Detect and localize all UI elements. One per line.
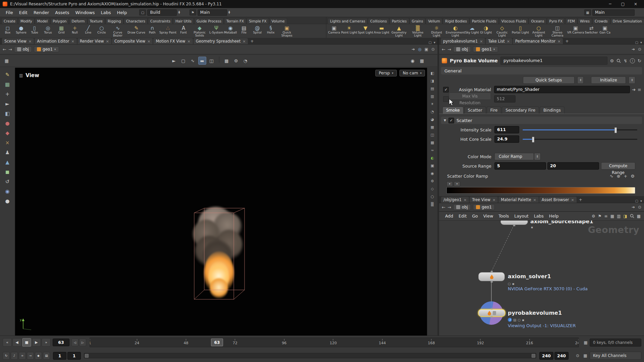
- pane-tab[interactable]: Composite View ×: [112, 38, 153, 44]
- shadows-icon[interactable]: ◕: [431, 117, 434, 122]
- visualizer-icon[interactable]: ◐: [431, 156, 434, 160]
- pane-tab[interactable]: pyrobakevolume1 ×: [441, 38, 485, 44]
- path-chip-obj[interactable]: obj: [453, 204, 471, 210]
- shelf-tool[interactable]: + Null: [68, 25, 81, 34]
- pane-menu-icon[interactable]: ▾: [640, 199, 642, 203]
- snap-magnet-icon[interactable]: ◉: [409, 57, 417, 65]
- shelf-tool[interactable]: ▲ Geometry Light: [390, 25, 408, 38]
- ramp-preset-icon[interactable]: ▾: [446, 181, 453, 186]
- compute-range-button[interactable]: Compute Range: [601, 162, 635, 170]
- shelf-tool[interactable]: ▣ Gan Ca: [599, 25, 611, 34]
- keyframe-options-icon[interactable]: ◆: [35, 352, 42, 360]
- tree-badge-icon[interactable]: ▤: [513, 318, 516, 322]
- menu-item[interactable]: Render: [31, 9, 52, 16]
- current-frame-marker[interactable]: 63: [211, 339, 223, 346]
- shelf-tool[interactable]: ▣ Camera: [328, 25, 340, 34]
- character-tool-icon[interactable]: ♟: [5, 149, 9, 156]
- initialize-menu-icon[interactable]: ⇕: [629, 76, 635, 84]
- back-icon[interactable]: ←: [442, 47, 445, 52]
- jump-icon[interactable]: ➔: [632, 47, 635, 52]
- close-tab-icon[interactable]: ×: [106, 39, 109, 44]
- snap-grid-icon[interactable]: ▩: [223, 57, 231, 65]
- lock-badge-icon[interactable]: ▪: [512, 282, 515, 286]
- menu-item[interactable]: Labs: [98, 9, 114, 16]
- close-tab-icon[interactable]: ×: [29, 39, 32, 44]
- new-pane-tab-button[interactable]: +: [564, 38, 570, 44]
- timeline-ruler[interactable]: 63 124487296120144168192216240: [90, 338, 579, 347]
- material-tool-icon[interactable]: ●: [5, 120, 9, 126]
- grid-tool-icon[interactable]: ▦: [5, 81, 10, 87]
- shelf-tool[interactable]: ☁ Sky Light: [465, 25, 479, 34]
- maximize-pane-icon[interactable]: ▢: [635, 41, 638, 44]
- network-menu-item[interactable]: View: [481, 213, 496, 219]
- path-chip-geo1[interactable]: geo1: [473, 204, 495, 210]
- audio-toggle-icon[interactable]: ♪: [11, 352, 18, 360]
- viewport-canvas[interactable]: ▥ View Persp ▾ No cam ▾: [15, 68, 427, 336]
- desktop-selector[interactable]: ▢ Build ▲▼: [139, 9, 180, 16]
- parameter-tab[interactable]: Smoke: [442, 107, 464, 114]
- shelf-tool[interactable]: ╱ Line: [82, 25, 95, 34]
- parameter-tab[interactable]: Bindings: [540, 107, 565, 114]
- close-button[interactable]: ×: [630, 1, 641, 7]
- brush-pick-icon[interactable]: ◫: [208, 57, 216, 65]
- shelf-tool[interactable]: § Helix: [264, 25, 277, 34]
- shelf-tool[interactable]: ☼ Distant Light: [428, 25, 446, 38]
- chevron-down-icon[interactable]: ▾: [493, 48, 495, 51]
- shelf-tab[interactable]: Deform: [69, 18, 87, 24]
- shelf-tool[interactable]: ▼ Spot Light: [358, 25, 373, 34]
- shelf-tab[interactable]: Wires: [578, 18, 592, 24]
- network-menu-item[interactable]: Labs: [531, 213, 546, 219]
- add-tool-icon[interactable]: +: [5, 91, 10, 97]
- pane-menu-icon[interactable]: ▾: [434, 41, 435, 44]
- close-tab-icon[interactable]: ×: [571, 198, 574, 202]
- shelf-tool[interactable]: ◎ Torus: [42, 25, 54, 34]
- camera-link-icon[interactable]: ▣: [425, 47, 428, 52]
- network-menu-item[interactable]: Tools: [496, 213, 512, 219]
- shade-mode-icon[interactable]: ◨: [431, 79, 434, 83]
- info-icon[interactable]: i: [630, 58, 635, 63]
- shelf-tool[interactable]: ▤ File: [237, 25, 250, 34]
- shelf-tool[interactable]: ∿ Curve Bezier: [109, 25, 127, 38]
- shelf-tab[interactable]: Lights and Cameras: [328, 18, 368, 24]
- pane-menu-icon[interactable]: ▾: [640, 41, 642, 44]
- shelf-tool[interactable]: Ψ L-System: [209, 25, 223, 34]
- close-tab-icon[interactable]: ×: [464, 198, 467, 202]
- shelf-tool[interactable]: ▯ Portal Light: [512, 25, 529, 34]
- shelf-tab[interactable]: Rigging: [105, 18, 123, 24]
- pane-tab[interactable]: Performance Monitor ×: [513, 38, 563, 44]
- shelf-tab[interactable]: Drive Simulation: [610, 18, 644, 24]
- forward-icon[interactable]: →: [8, 47, 12, 52]
- shelf-tool[interactable]: ◐ Environment Light: [446, 25, 465, 38]
- shelf-tab[interactable]: FEM: [565, 18, 577, 24]
- new-pane-tab-button[interactable]: +: [577, 197, 584, 203]
- construction-plane-icon[interactable]: ◔: [241, 57, 250, 65]
- sculpt-tool-icon[interactable]: ◆: [5, 130, 9, 136]
- light-tool-icon[interactable]: ●: [5, 198, 9, 204]
- ramp-curve-icon[interactable]: ∿: [610, 174, 613, 179]
- shelf-tool[interactable]: ◆ Platonic Solids: [191, 25, 209, 38]
- color-mode-menu-icon[interactable]: ⇕: [534, 153, 541, 160]
- delete-tool-icon[interactable]: ×: [5, 140, 10, 146]
- grid-display-icon[interactable]: ▩: [431, 140, 434, 145]
- pane-tab[interactable]: Tree View ×: [470, 197, 498, 203]
- shelf-tab[interactable]: Create: [1, 18, 18, 24]
- max-vis-resolution-field[interactable]: 512: [494, 95, 516, 103]
- shelf-tab[interactable]: Grains: [410, 18, 426, 24]
- follow-playbar-icon[interactable]: →: [27, 352, 34, 360]
- snap-options-icon[interactable]: ⚙: [232, 57, 240, 65]
- network-menu-item[interactable]: Go: [469, 213, 480, 219]
- chevron-down-icon[interactable]: ▾: [54, 48, 56, 51]
- close-tab-icon[interactable]: ×: [480, 39, 483, 44]
- network-editor-canvas[interactable]: Geometry axiom_sourceshape1 ▪ axiom_solv…: [439, 221, 644, 336]
- node-axiom-solver1[interactable]: [478, 272, 505, 281]
- menu-item[interactable]: Assets: [52, 9, 72, 16]
- move-points-icon[interactable]: ⊕: [617, 174, 621, 179]
- playbar-options-icon[interactable]: ⊙: [574, 353, 581, 358]
- pin-icon[interactable]: ⊙: [431, 47, 435, 52]
- wireframe-icon[interactable]: ▤: [431, 86, 434, 91]
- assign-material-field[interactable]: matnet/Pyro_Shader: [494, 86, 630, 93]
- intensity-scale-slider[interactable]: [523, 126, 637, 133]
- take-selector[interactable]: ⚑ Main ▲▼: [190, 9, 230, 16]
- network-menu-item[interactable]: Help: [546, 213, 561, 219]
- shelf-tool[interactable]: ▦ Grid: [55, 25, 68, 34]
